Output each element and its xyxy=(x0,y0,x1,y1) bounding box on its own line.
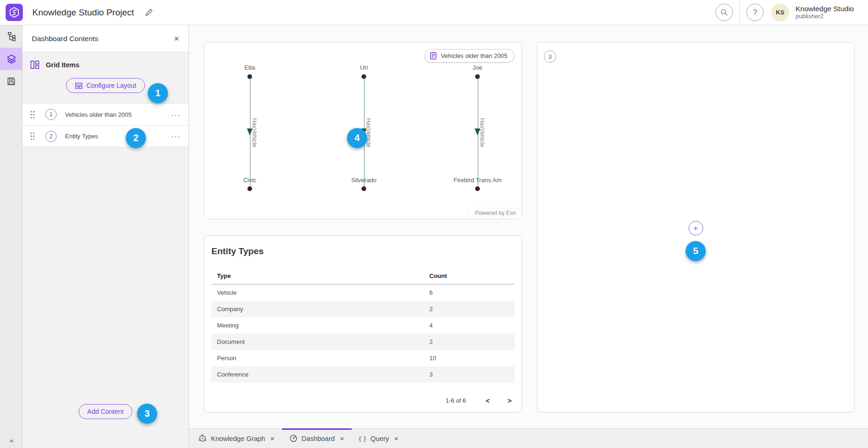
node-label: Uri xyxy=(360,64,368,72)
item-number-badge: 1 xyxy=(45,109,57,120)
edge-label: HasVehicle xyxy=(365,118,372,148)
configure-layout-button[interactable]: Configure Layout xyxy=(66,78,145,93)
drag-handle-icon[interactable] xyxy=(30,132,35,140)
drag-handle-icon[interactable] xyxy=(30,111,35,119)
entity-node[interactable] xyxy=(362,186,366,191)
help-button[interactable]: ? xyxy=(746,4,764,21)
cell-type: Person xyxy=(211,355,429,362)
callout-badge-1: 1 xyxy=(148,83,168,103)
knowledge-graph-icon xyxy=(198,434,207,442)
sidebar-item-save[interactable] xyxy=(0,70,22,92)
user-avatar[interactable]: KS xyxy=(771,4,789,21)
list-item-vehicles[interactable]: 1 Vehicles older than 2005 ··· xyxy=(22,103,188,125)
dashboard-gauge-icon xyxy=(289,434,297,442)
table-row[interactable]: Conference 3 xyxy=(211,366,514,383)
search-icon xyxy=(720,8,728,16)
cell-type: Conference xyxy=(211,371,429,378)
entity-node[interactable] xyxy=(247,74,252,79)
cell-count: 4 xyxy=(429,322,514,329)
tab-label: Query xyxy=(370,435,389,442)
ellipsis-icon: ··· xyxy=(171,111,181,119)
plus-icon: + xyxy=(694,224,698,233)
node-label: Silverado xyxy=(351,177,376,185)
graph-source-chip[interactable]: Vehicles older than 2005 xyxy=(424,49,514,63)
pagination-range: 1-6 of 6 xyxy=(445,397,466,404)
hierarchy-icon xyxy=(7,32,16,41)
edit-title-icon[interactable] xyxy=(145,8,153,17)
column-header-count: Count xyxy=(429,272,514,279)
callout-badge-5: 5 xyxy=(686,241,706,261)
esri-attribution: Powered by Esri xyxy=(468,208,521,219)
cell-type: Meeting xyxy=(211,322,429,329)
ellipsis-icon: ··· xyxy=(171,132,181,140)
add-content-label: Add Content xyxy=(87,408,124,415)
user-name: Knowledge Studio xyxy=(796,5,854,13)
list-item-entity-types[interactable]: 2 Entity Types ··· xyxy=(22,125,188,147)
slot-number-badge: 3 xyxy=(544,50,556,63)
entity-node[interactable] xyxy=(475,74,480,79)
cell-count: 2 xyxy=(429,338,514,345)
empty-grid-slot: 3 + xyxy=(537,42,854,412)
chevron-right-icon: > xyxy=(507,397,512,405)
graph-edge-group[interactable]: HasVehicle Joe Firebird Trans Am xyxy=(442,64,513,191)
table-row[interactable]: Company 2 xyxy=(211,301,514,317)
graph-chip-label: Vehicles older than 2005 xyxy=(441,52,507,59)
tab-knowledge-graph[interactable]: Knowledge Graph × xyxy=(191,429,282,448)
user-menu[interactable]: Knowledge Studio publisher2 xyxy=(796,5,854,20)
item-options-button[interactable]: ··· xyxy=(171,132,181,140)
close-panel-button[interactable]: × xyxy=(174,34,179,43)
close-tab-icon[interactable]: × xyxy=(394,434,398,442)
table-row[interactable]: Document 2 xyxy=(211,334,514,350)
layers-icon xyxy=(7,54,16,64)
user-role: publisher2 xyxy=(796,13,854,20)
cell-count: 6 xyxy=(429,289,514,296)
entity-types-widget: Entity Types Type Count Vehicle 6 Compan… xyxy=(204,235,522,412)
double-chevron-right-icon: » xyxy=(9,436,13,444)
tab-label: Knowledge Graph xyxy=(211,435,265,442)
layout-icon xyxy=(75,82,83,89)
add-widget-button[interactable]: + xyxy=(688,221,703,235)
section-title: Grid Items xyxy=(46,61,80,69)
help-icon: ? xyxy=(753,8,757,17)
node-label: Civic xyxy=(243,177,256,185)
add-content-button[interactable]: Add Content xyxy=(79,404,133,419)
callout-badge-3: 3 xyxy=(137,404,157,424)
expand-panel-button[interactable]: » xyxy=(0,436,22,444)
chevron-left-icon: < xyxy=(485,397,490,405)
graph-edge-group[interactable]: HasVehicle Etta Civic xyxy=(215,64,285,191)
entity-node[interactable] xyxy=(475,186,480,191)
table-row[interactable]: Vehicle 6 xyxy=(211,284,514,301)
knowledge-studio-app: Knowledge Studio Project ? KS Knowledge … xyxy=(0,0,868,448)
table-row[interactable]: Person 10 xyxy=(211,350,514,366)
configure-layout-label: Configure Layout xyxy=(87,82,137,89)
tab-query[interactable]: { } Query × xyxy=(352,429,406,448)
table-row[interactable]: Meeting 4 xyxy=(211,317,514,334)
item-label: Vehicles older than 2005 xyxy=(65,111,131,118)
entity-node[interactable] xyxy=(362,74,366,79)
pagination-next-button[interactable]: > xyxy=(505,396,514,405)
view-tabbar: Knowledge Graph × Dashboard × { } Query … xyxy=(189,428,868,448)
callout-badge-2: 2 xyxy=(126,128,146,148)
table-header-row: Type Count xyxy=(211,268,514,284)
sidebar-item-contents[interactable] xyxy=(0,48,22,70)
pagination-prev-button[interactable]: < xyxy=(483,396,492,405)
grid-item-list: 1 Vehicles older than 2005 ··· 2 Entity … xyxy=(22,103,188,147)
node-label: Firebird Trans Am xyxy=(454,177,502,185)
edge-label: HasVehicle xyxy=(251,118,258,148)
graph-edge-group[interactable]: HasVehicle Uri Silverado xyxy=(329,64,399,191)
entity-node[interactable] xyxy=(247,186,252,191)
grid-items-icon xyxy=(30,60,40,70)
table-pagination: 1-6 of 6 < > xyxy=(445,396,514,405)
header-actions: ? KS Knowledge Studio publisher2 xyxy=(716,0,868,25)
item-options-button[interactable]: ··· xyxy=(171,111,181,119)
cell-count: 3 xyxy=(429,371,514,378)
dashboard-canvas: Vehicles older than 2005 HasVehicle Etta… xyxy=(189,25,868,428)
edge-label: HasVehicle xyxy=(479,118,485,148)
sidebar-item-ontology[interactable] xyxy=(0,25,22,48)
page-title: Knowledge Studio Project xyxy=(32,7,134,18)
tab-dashboard[interactable]: Dashboard × xyxy=(282,429,352,448)
close-tab-icon[interactable]: × xyxy=(270,434,275,442)
close-tab-icon[interactable]: × xyxy=(340,434,344,442)
search-button[interactable] xyxy=(716,4,733,21)
app-logo-icon[interactable] xyxy=(6,4,23,21)
